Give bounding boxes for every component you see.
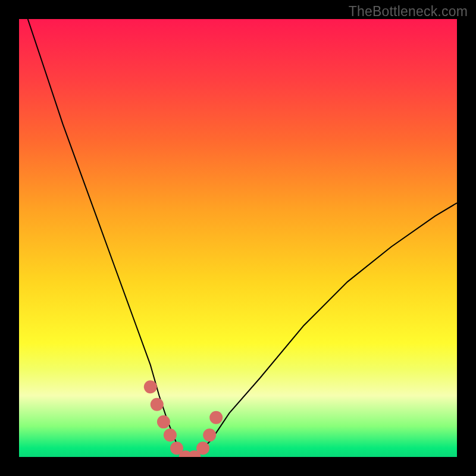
attribution-watermark: TheBottleneck.com	[349, 4, 468, 20]
plot-area	[19, 19, 457, 457]
highlight-dot	[164, 428, 177, 441]
bottleneck-curve	[28, 19, 457, 457]
highlight-dot	[203, 428, 216, 441]
curve-layer	[19, 19, 457, 457]
chart-stage: TheBottleneck.com	[0, 0, 476, 476]
highlight-dot	[151, 398, 164, 411]
highlight-dot	[196, 441, 209, 455]
highlight-dots-group	[144, 380, 223, 457]
highlight-dot	[144, 380, 157, 393]
highlight-dot	[209, 411, 223, 424]
highlight-dot	[157, 415, 170, 428]
